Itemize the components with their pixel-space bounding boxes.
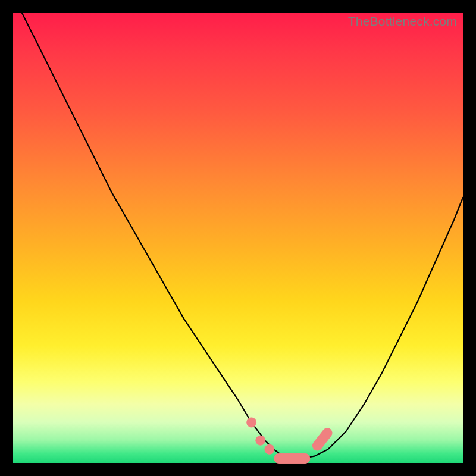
plot-area: TheBottleneck.com — [13, 13, 463, 463]
chart-svg — [13, 13, 463, 463]
bottleneck-curve — [22, 13, 463, 458]
marker-pill-angled — [311, 426, 334, 452]
sweet-spot-markers — [247, 418, 334, 463]
chart-frame: TheBottleneck.com — [0, 0, 476, 476]
marker-dot — [256, 436, 265, 445]
marker-dot — [247, 418, 256, 427]
marker-pill-flat — [274, 453, 309, 463]
marker-dot — [265, 444, 274, 454]
